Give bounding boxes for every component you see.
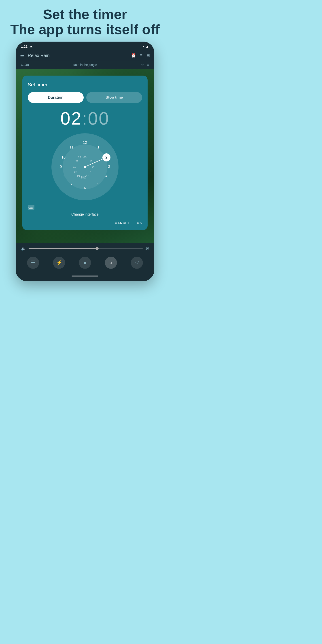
svg-rect-10 [29, 208, 33, 209]
clock-num-10: 10 [62, 156, 66, 160]
status-time: 1:21 [21, 44, 28, 48]
svg-rect-4 [31, 206, 32, 206]
duration-tab[interactable]: Duration [28, 92, 84, 103]
timer-tabs: Duration Stop time [28, 92, 142, 103]
volume-bar: 🔈 10 [16, 243, 154, 254]
status-bar: 1:21 ☁ ▾ ▲ [16, 42, 154, 50]
clock-num-12: 12 [83, 141, 87, 145]
nav-lightning-button[interactable]: ⚡ [53, 257, 65, 269]
timer-hours: 02 [60, 108, 82, 128]
wifi-icon: ▾ [142, 44, 144, 48]
track-bar: 40/48 Rain in the jungle ♡ ≡ [16, 61, 154, 69]
volume-icon: 🔈 [21, 246, 26, 251]
cancel-button[interactable]: CANCEL [115, 221, 130, 225]
svg-rect-2 [28, 206, 29, 206]
clock-num-5: 5 [98, 182, 100, 186]
nav-favorites-button[interactable]: ♡ [131, 257, 143, 269]
clock-num-8: 8 [62, 174, 64, 178]
clock-inner-00: 00 [84, 156, 86, 159]
clock-inner-17: 17 [84, 176, 86, 179]
timer-colon: : [82, 108, 88, 128]
track-position: 40/48 [21, 63, 29, 67]
ok-button[interactable]: OK [137, 221, 142, 225]
svg-rect-3 [30, 206, 31, 206]
clock-face[interactable]: 12 1 3 4 5 6 7 8 9 10 11 00 13 14 15 1 [52, 133, 118, 200]
bottom-nav: ☰ ⚡ ■ ♪ ♡ [16, 254, 154, 273]
signal-icon: ▲ [146, 44, 149, 48]
svg-rect-6 [28, 207, 29, 208]
favorites-icon: ♡ [134, 260, 139, 266]
clock-num-6: 6 [84, 186, 86, 190]
clock-num-3: 3 [108, 165, 110, 169]
volume-slider[interactable] [28, 248, 143, 249]
svg-rect-5 [32, 206, 33, 206]
stop-time-tab[interactable]: Stop time [86, 92, 142, 103]
app-bar: ☰ Relax Rain ⏰ ≡ ⊞ [16, 50, 154, 61]
stop-icon: ■ [84, 260, 86, 266]
clock-num-11: 11 [70, 145, 74, 149]
svg-rect-7 [30, 207, 31, 208]
home-indicator [16, 273, 154, 281]
clock-inner-23: 23 [78, 156, 81, 159]
clock-inner-15: 15 [90, 170, 93, 174]
home-bar [72, 276, 98, 276]
main-content: Set timer Duration Stop time 02:00 12 1 … [16, 69, 154, 243]
lightning-icon: ⚡ [56, 260, 62, 266]
clock-pointer-2[interactable]: 2 [102, 154, 110, 162]
app-title: Relax Rain [28, 53, 131, 58]
weather-icon: ☁ [29, 44, 33, 48]
clock-num-7: 7 [71, 182, 73, 186]
promo-line2: The app turns itself off [10, 22, 160, 37]
list-icon[interactable]: ≡ [140, 53, 142, 58]
set-timer-dialog: Set timer Duration Stop time 02:00 12 1 … [22, 76, 148, 230]
clock-num-4: 4 [106, 174, 108, 178]
heart-icon[interactable]: ♡ [141, 63, 144, 67]
clock-num-1: 1 [98, 145, 100, 149]
change-interface-label[interactable]: Change interface [28, 212, 142, 216]
volume-thumb[interactable] [96, 247, 98, 250]
music-icon: ♪ [110, 260, 112, 266]
track-menu-icon[interactable]: ≡ [147, 63, 149, 67]
clock-inner-22: 22 [75, 160, 78, 163]
volume-value: 10 [145, 247, 149, 250]
phone-device: 1:21 ☁ ▾ ▲ ☰ Relax Rain ⏰ ≡ ⊞ 40/48 Rain… [16, 42, 154, 281]
clock-num-9: 9 [60, 165, 62, 169]
grid-icon[interactable]: ⊞ [146, 53, 150, 58]
clock-inner-19: 19 [77, 175, 80, 178]
clock-inner-21: 21 [73, 165, 76, 168]
playlist-icon: ☰ [31, 260, 35, 266]
nav-music-button[interactable]: ♪ [105, 257, 117, 269]
nav-playlist-button[interactable]: ☰ [27, 257, 39, 269]
promo-header: Set the timer The app turns itself off [1, 0, 168, 42]
clock-inner-16: 16 [86, 175, 89, 178]
alarm-icon[interactable]: ⏰ [131, 53, 136, 58]
dialog-action-buttons: CANCEL OK [28, 221, 142, 225]
svg-rect-8 [31, 207, 32, 208]
clock-container[interactable]: 12 1 3 4 5 6 7 8 9 10 11 00 13 14 15 1 [28, 133, 142, 200]
track-name: Rain in the jungle [73, 63, 97, 67]
menu-icon[interactable]: ☰ [20, 53, 24, 58]
keyboard-toggle[interactable] [28, 205, 142, 211]
dialog-title: Set timer [28, 82, 142, 88]
clock-inner-13: 13 [90, 160, 92, 163]
promo-line1: Set the timer [43, 6, 127, 22]
clock-center-dot [84, 166, 86, 168]
clock-inner-20: 20 [74, 170, 77, 174]
timer-display: 02:00 [28, 108, 142, 129]
svg-rect-9 [32, 207, 33, 208]
volume-fill [28, 248, 97, 249]
timer-minutes: 00 [88, 108, 110, 128]
clock-inner-14: 14 [92, 165, 94, 168]
clock-inner-18: 18 [81, 176, 84, 179]
nav-stop-button[interactable]: ■ [79, 257, 91, 269]
